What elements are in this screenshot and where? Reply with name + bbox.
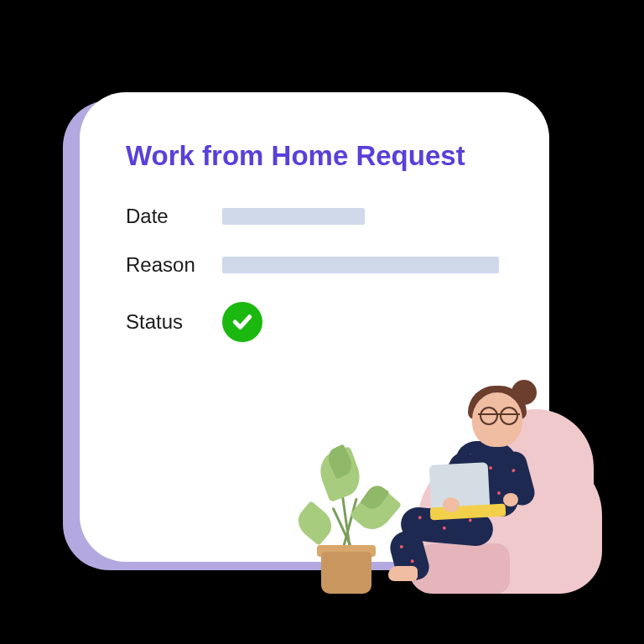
status-label: Status xyxy=(126,310,222,334)
checkmark-icon xyxy=(230,309,255,335)
status-row: Status xyxy=(126,302,503,342)
person-illustration xyxy=(384,392,552,577)
reason-label: Reason xyxy=(126,253,222,277)
reason-input-placeholder[interactable] xyxy=(222,257,499,273)
reason-row: Reason xyxy=(126,253,503,277)
wfh-illustration xyxy=(267,359,602,594)
date-row: Date xyxy=(126,205,503,228)
date-label: Date xyxy=(126,205,222,228)
status-approved-icon xyxy=(222,302,262,342)
date-input-placeholder[interactable] xyxy=(222,208,365,225)
card-title: Work from Home Request xyxy=(126,138,503,173)
